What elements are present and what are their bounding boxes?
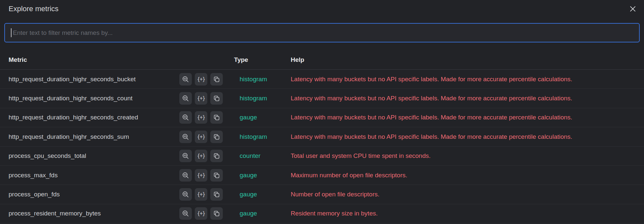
metric-name: http_request_duration_highr_seconds_buck… bbox=[9, 76, 179, 83]
metric-type: gauge bbox=[234, 210, 291, 217]
table-row: process_max_fds {+} bbox=[0, 166, 644, 185]
copy-metric-button[interactable] bbox=[210, 73, 223, 86]
column-header-type: Type bbox=[234, 56, 291, 63]
filter-input[interactable] bbox=[4, 23, 640, 42]
copy-icon bbox=[213, 152, 220, 160]
copy-icon bbox=[213, 95, 220, 102]
search-code-icon bbox=[182, 114, 189, 121]
braces-plus-icon: {+} bbox=[197, 95, 205, 101]
braces-plus-icon: {+} bbox=[197, 153, 205, 159]
metric-type: gauge bbox=[234, 114, 291, 121]
explore-query-button[interactable] bbox=[179, 73, 192, 86]
table-header-row: Metric Type Help bbox=[0, 50, 644, 70]
row-actions: {+} bbox=[179, 73, 234, 86]
row-actions: {+} bbox=[179, 188, 234, 201]
explore-query-button[interactable] bbox=[179, 92, 192, 105]
metric-help: Number of open file descriptors. bbox=[291, 191, 635, 198]
metric-type: counter bbox=[234, 152, 291, 160]
braces-plus-icon: {+} bbox=[197, 191, 205, 197]
search-code-icon bbox=[182, 191, 189, 198]
add-label-filter-button[interactable]: {+} bbox=[195, 131, 207, 143]
table-row: process_resident_memory_bytes {+} bbox=[0, 204, 644, 223]
metric-help: Latency with many buckets but no API spe… bbox=[291, 76, 635, 83]
metric-type: histogram bbox=[234, 133, 291, 140]
search-code-icon bbox=[182, 152, 189, 160]
text-caret bbox=[11, 28, 12, 37]
table-row: process_cpu_seconds_total {+} bbox=[0, 147, 644, 166]
row-actions: {+} bbox=[179, 150, 234, 162]
copy-metric-button[interactable] bbox=[210, 150, 223, 162]
table-row: http_request_duration_highr_seconds_buck… bbox=[0, 70, 644, 89]
search-code-icon bbox=[182, 95, 189, 102]
copy-metric-button[interactable] bbox=[210, 207, 223, 220]
drawer-header: Explore metrics bbox=[0, 0, 644, 18]
table-row: http_request_duration_highr_seconds_coun… bbox=[0, 89, 644, 108]
row-actions: {+} bbox=[179, 207, 234, 220]
row-actions: {+} bbox=[179, 92, 234, 105]
braces-plus-icon: {+} bbox=[197, 76, 205, 82]
row-actions: {+} bbox=[179, 169, 234, 182]
metric-name: http_request_duration_highr_seconds_coun… bbox=[9, 95, 179, 102]
copy-icon bbox=[213, 210, 220, 217]
metric-type: histogram bbox=[234, 95, 291, 102]
copy-metric-button[interactable] bbox=[210, 92, 223, 105]
add-label-filter-button[interactable]: {+} bbox=[195, 111, 207, 124]
metric-name: process_max_fds bbox=[9, 172, 179, 179]
row-actions: {+} bbox=[179, 131, 234, 143]
braces-plus-icon: {+} bbox=[197, 114, 205, 120]
add-label-filter-button[interactable]: {+} bbox=[195, 150, 207, 162]
metric-help: Latency with many buckets but no API spe… bbox=[291, 133, 635, 140]
copy-icon bbox=[213, 191, 220, 198]
copy-metric-button[interactable] bbox=[210, 188, 223, 201]
add-label-filter-button[interactable]: {+} bbox=[195, 188, 207, 201]
metric-name: http_request_duration_highr_seconds_sum bbox=[9, 133, 179, 140]
explore-query-button[interactable] bbox=[179, 169, 192, 182]
search-code-icon bbox=[182, 172, 189, 179]
metric-name: process_open_fds bbox=[9, 191, 179, 198]
copy-metric-button[interactable] bbox=[210, 131, 223, 143]
copy-icon bbox=[213, 172, 220, 179]
explore-query-button[interactable] bbox=[179, 111, 192, 124]
metric-help: Latency with many buckets but no API spe… bbox=[291, 95, 635, 102]
page-title: Explore metrics bbox=[9, 5, 627, 13]
add-label-filter-button[interactable]: {+} bbox=[195, 207, 207, 220]
copy-metric-button[interactable] bbox=[210, 169, 223, 182]
close-button[interactable] bbox=[627, 3, 639, 15]
column-header-help: Help bbox=[291, 56, 635, 63]
explore-query-button[interactable] bbox=[179, 131, 192, 143]
explore-query-button[interactable] bbox=[179, 188, 192, 201]
braces-plus-icon: {+} bbox=[197, 172, 205, 178]
add-label-filter-button[interactable]: {+} bbox=[195, 169, 207, 182]
copy-icon bbox=[213, 114, 220, 121]
add-label-filter-button[interactable]: {+} bbox=[195, 73, 207, 86]
add-label-filter-button[interactable]: {+} bbox=[195, 92, 207, 105]
explore-query-button[interactable] bbox=[179, 207, 192, 220]
table-body: http_request_duration_highr_seconds_buck… bbox=[0, 70, 644, 223]
metric-type: gauge bbox=[234, 191, 291, 198]
metric-name: process_resident_memory_bytes bbox=[9, 210, 179, 217]
explore-metrics-drawer: Explore metrics Metric Type Help http_re… bbox=[0, 0, 644, 224]
metrics-table: Metric Type Help http_request_duration_h… bbox=[0, 50, 644, 223]
metric-help: Resident memory size in bytes. bbox=[291, 210, 635, 217]
metric-help: Total user and system CPU time spent in … bbox=[291, 152, 635, 160]
row-actions: {+} bbox=[179, 111, 234, 124]
copy-metric-button[interactable] bbox=[210, 111, 223, 124]
braces-plus-icon: {+} bbox=[197, 211, 205, 216]
metric-help: Latency with many buckets but no API spe… bbox=[291, 114, 635, 121]
close-icon bbox=[629, 5, 637, 13]
copy-icon bbox=[213, 133, 220, 140]
metric-type: histogram bbox=[234, 76, 291, 83]
search-code-icon bbox=[182, 133, 189, 140]
metric-name: process_cpu_seconds_total bbox=[9, 152, 179, 160]
copy-icon bbox=[213, 76, 220, 83]
braces-plus-icon: {+} bbox=[197, 134, 205, 140]
explore-query-button[interactable] bbox=[179, 150, 192, 162]
metric-type: gauge bbox=[234, 172, 291, 179]
filter-wrap bbox=[4, 23, 640, 42]
column-header-metric: Metric bbox=[9, 56, 179, 63]
metric-name: http_request_duration_highr_seconds_crea… bbox=[9, 114, 179, 121]
table-row: http_request_duration_highr_seconds_crea… bbox=[0, 108, 644, 127]
search-code-icon bbox=[182, 210, 189, 217]
table-row: process_open_fds {+} bbox=[0, 185, 644, 204]
search-code-icon bbox=[182, 76, 189, 83]
